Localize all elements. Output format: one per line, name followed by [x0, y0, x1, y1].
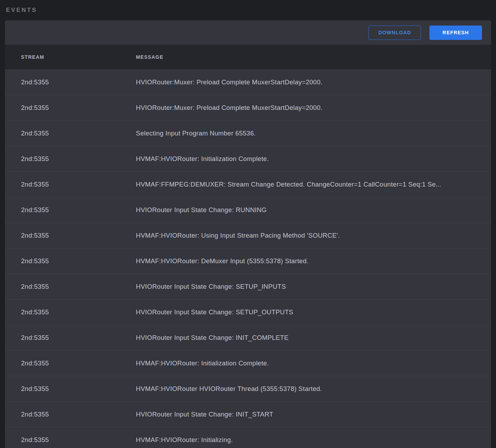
- table-row: 2nd:5355HVIORouter Input State Change: S…: [5, 299, 491, 325]
- message-cell: HVMAF:HVIORouter: Initialization Complet…: [136, 155, 491, 163]
- refresh-button[interactable]: REFRESH: [429, 26, 482, 40]
- stream-cell: 2nd:5355: [5, 334, 136, 342]
- stream-cell: 2nd:5355: [5, 130, 136, 137]
- message-cell: HVMAF:HVIORouter HVIORouter Thread (5355…: [136, 385, 491, 393]
- message-cell: HVIORouter Input State Change: SETUP_OUT…: [136, 308, 491, 316]
- table-row: 2nd:5355HVMAF:HVIORouter: Using Input St…: [5, 223, 491, 248]
- message-cell: HVIORouter:Muxer: Preload Complete Muxer…: [136, 78, 491, 86]
- stream-cell: 2nd:5355: [5, 308, 136, 316]
- stream-cell: 2nd:5355: [5, 206, 136, 214]
- stream-cell: 2nd:5355: [5, 155, 136, 163]
- message-cell: HVMAF:HVIORouter: Initializing.: [136, 436, 491, 444]
- message-cell: HVIORouter Input State Change: SETUP_INP…: [136, 283, 491, 290]
- column-header-message: MESSAGE: [136, 54, 491, 60]
- stream-cell: 2nd:5355: [5, 104, 136, 112]
- page-title: EVENTS: [6, 7, 37, 14]
- stream-cell: 2nd:5355: [5, 283, 136, 290]
- events-panel: DOWNLOAD REFRESH STREAM MESSAGE 2nd:5355…: [5, 20, 491, 448]
- table-row: 2nd:5355HVMAF:HVIORouter: Initializing.: [5, 427, 491, 448]
- table-row: 2nd:5355HVIORouter Input State Change: R…: [5, 197, 491, 223]
- stream-cell: 2nd:5355: [5, 436, 136, 444]
- table-row: 2nd:5355HVMAF:FFMPEG:DEMUXER: Stream Cha…: [5, 172, 491, 197]
- table-row: 2nd:5355HVIORouter:Muxer: Preload Comple…: [5, 69, 491, 95]
- table-row: 2nd:5355HVIORouter:Muxer: Preload Comple…: [5, 95, 491, 120]
- table-header-row: STREAM MESSAGE: [5, 45, 491, 69]
- table-row: 2nd:5355HVMAF:HVIORouter: DeMuxer Input …: [5, 248, 491, 274]
- column-header-stream: STREAM: [5, 54, 136, 60]
- stream-cell: 2nd:5355: [5, 257, 136, 265]
- message-cell: HVIORouter Input State Change: RUNNING: [136, 206, 491, 214]
- table-row: 2nd:5355HVMAF:HVIORouter: Initialization…: [5, 146, 491, 172]
- stream-cell: 2nd:5355: [5, 385, 136, 393]
- message-cell: HVMAF:FFMPEG:DEMUXER: Stream Change Dete…: [136, 181, 491, 188]
- table-row: 2nd:5355HVIORouter Input State Change: S…: [5, 274, 491, 299]
- stream-cell: 2nd:5355: [5, 232, 136, 239]
- stream-cell: 2nd:5355: [5, 181, 136, 188]
- download-button[interactable]: DOWNLOAD: [368, 26, 421, 40]
- message-cell: HVMAF:HVIORouter: Initialization Complet…: [136, 359, 491, 367]
- message-cell: HVMAF:HVIORouter: DeMuxer Input (5355:53…: [136, 257, 491, 265]
- table-row: 2nd:5355HVMAF:HVIORouter: Initialization…: [5, 350, 491, 376]
- table-row: 2nd:5355HVIORouter Input State Change: I…: [5, 401, 491, 427]
- message-cell: Selecting Input Program Number 65536.: [136, 130, 491, 137]
- message-cell: HVIORouter:Muxer: Preload Complete Muxer…: [136, 104, 491, 112]
- stream-cell: 2nd:5355: [5, 359, 136, 367]
- stream-cell: 2nd:5355: [5, 411, 136, 418]
- stream-cell: 2nd:5355: [5, 78, 136, 86]
- message-cell: HVIORouter Input State Change: INIT_STAR…: [136, 411, 491, 418]
- table-row: 2nd:5355HVMAF:HVIORouter HVIORouter Thre…: [5, 376, 491, 401]
- message-cell: HVMAF:HVIORouter: Using Input Stream Pac…: [136, 232, 491, 239]
- table-row: 2nd:5355HVIORouter Input State Change: I…: [5, 325, 491, 350]
- events-toolbar: DOWNLOAD REFRESH: [5, 20, 491, 45]
- table-row: 2nd:5355Selecting Input Program Number 6…: [5, 120, 491, 146]
- message-cell: HVIORouter Input State Change: INIT_COMP…: [136, 334, 491, 342]
- table-body: 2nd:5355HVIORouter:Muxer: Preload Comple…: [5, 69, 491, 448]
